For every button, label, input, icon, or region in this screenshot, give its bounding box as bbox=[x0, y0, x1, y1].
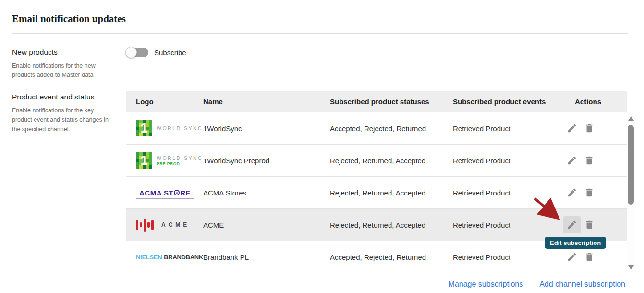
trash-icon bbox=[584, 252, 595, 262]
acme-bars-icon bbox=[136, 219, 154, 232]
scroll-up-icon[interactable] bbox=[628, 116, 634, 121]
title-divider bbox=[12, 33, 628, 34]
table-row: 1 WORLD SYNCTM 1WorldSync Accepted, Reje… bbox=[126, 112, 627, 145]
delete-button[interactable] bbox=[581, 216, 598, 233]
trash-icon bbox=[584, 187, 595, 198]
channel-statuses: Accepted, Rejected, Returned bbox=[330, 124, 453, 133]
channel-events: Retrieved Product bbox=[453, 157, 575, 165]
pencil-icon bbox=[567, 220, 577, 230]
subscribe-toggle[interactable] bbox=[126, 48, 148, 57]
channel-logo-1worldsync-preprod: 1 WORLD SYNCTM PRE PROD bbox=[136, 152, 203, 169]
table-row-acme-highlighted: ACME ACME Rejected, Returned, Accepted R… bbox=[126, 209, 627, 241]
subscribe-toggle-row: Subscribe bbox=[126, 48, 186, 57]
nielsen-brandbank-logo-icon: NIELSEN BRANDBANK bbox=[136, 254, 203, 261]
edit-button[interactable] bbox=[563, 248, 581, 266]
new-products-description: Enable notifications for the new product… bbox=[12, 61, 110, 80]
email-notification-settings-page: Email notification updates New products … bbox=[0, 0, 644, 293]
channel-statuses: Rejected, Returned, Accepted bbox=[330, 189, 453, 197]
scrollbar-thumb[interactable] bbox=[628, 125, 634, 205]
row-actions bbox=[563, 216, 627, 233]
header-actions: Actions bbox=[575, 98, 627, 106]
channel-statuses: Rejected, Returned, Accepted bbox=[330, 157, 453, 165]
add-channel-subscription-link[interactable]: Add channel subscription bbox=[539, 280, 625, 289]
table-row: ACMA STRE ACMA Stores Rejected, Returned… bbox=[126, 177, 627, 209]
channel-events: Retrieved Product bbox=[453, 253, 575, 261]
channel-name: Brandbank PL bbox=[203, 253, 330, 261]
table-row: 1 WORLD SYNCTM PRE PROD 1WorldSync Prepr… bbox=[126, 145, 627, 177]
new-products-section: New products Enable notifications for th… bbox=[12, 48, 110, 80]
pencil-icon bbox=[567, 252, 577, 262]
new-products-heading: New products bbox=[12, 48, 110, 57]
settings-descriptions-panel: New products Enable notifications for th… bbox=[12, 48, 110, 134]
table-scrollbar[interactable] bbox=[627, 112, 635, 273]
product-event-description: Enable notifications for the key product… bbox=[12, 106, 110, 134]
acma-store-logo-icon: ACMA STRE bbox=[136, 187, 194, 199]
trash-icon bbox=[584, 155, 595, 166]
edit-button[interactable] bbox=[563, 120, 581, 137]
header-logo: Logo bbox=[136, 98, 203, 106]
row-actions bbox=[563, 152, 627, 169]
page-title: Email notification updates bbox=[12, 13, 126, 25]
pencil-icon bbox=[567, 123, 577, 134]
channel-name: 1WorldSync Preprod bbox=[203, 157, 330, 165]
row-actions bbox=[563, 120, 627, 137]
toggle-knob bbox=[125, 47, 137, 58]
row-actions bbox=[563, 184, 627, 201]
channel-logo-acme: ACME bbox=[136, 219, 203, 232]
delete-button[interactable] bbox=[581, 184, 598, 201]
channel-name: ACMA Stores bbox=[203, 189, 330, 197]
delete-button[interactable] bbox=[581, 120, 598, 137]
channel-statuses: Rejected, Returned, Accepted bbox=[330, 221, 453, 229]
channel-logo-1worldsync: 1 WORLD SYNCTM bbox=[136, 120, 203, 136]
delete-button[interactable] bbox=[581, 248, 598, 266]
worldsync-mosaic-icon: 1 bbox=[136, 120, 152, 136]
channel-events: Retrieved Product bbox=[453, 124, 575, 133]
product-event-section: Product event and status Enable notifica… bbox=[12, 93, 110, 134]
table-header-row: Logo Name Subscribed product statuses Su… bbox=[126, 91, 627, 112]
channel-name: 1WorldSync bbox=[203, 124, 330, 133]
channel-logo-acma-store: ACMA STRE bbox=[136, 187, 203, 199]
header-name: Name bbox=[203, 98, 330, 106]
edit-button-hovered[interactable] bbox=[563, 216, 581, 233]
manage-subscriptions-link[interactable]: Manage subscriptions bbox=[449, 280, 523, 289]
channel-name: ACME bbox=[203, 221, 330, 229]
edit-button[interactable] bbox=[563, 152, 581, 169]
trash-icon bbox=[584, 220, 595, 230]
edit-subscription-tooltip: Edit subscription bbox=[545, 237, 606, 249]
row-actions bbox=[563, 248, 627, 266]
pencil-icon bbox=[567, 155, 577, 166]
edit-button[interactable] bbox=[563, 184, 581, 201]
header-events: Subscribed product events bbox=[453, 98, 575, 106]
footer-links: Manage subscriptions Add channel subscri… bbox=[449, 280, 625, 289]
product-event-heading: Product event and status bbox=[12, 93, 110, 101]
delete-button[interactable] bbox=[581, 152, 598, 169]
trash-icon bbox=[584, 123, 595, 134]
channel-logo-brandbank: NIELSEN BRANDBANK bbox=[136, 254, 203, 261]
channel-events: Retrieved Product bbox=[453, 221, 575, 229]
scroll-down-icon[interactable] bbox=[628, 265, 634, 269]
pencil-icon bbox=[567, 187, 577, 198]
channel-statuses: Accepted, Rejected, Returned bbox=[330, 253, 453, 261]
worldsync-mosaic-icon: 1 bbox=[136, 152, 152, 169]
channel-events: Retrieved Product bbox=[453, 189, 575, 197]
subscribe-toggle-label: Subscribe bbox=[154, 49, 186, 57]
header-statuses: Subscribed product statuses bbox=[330, 98, 453, 106]
